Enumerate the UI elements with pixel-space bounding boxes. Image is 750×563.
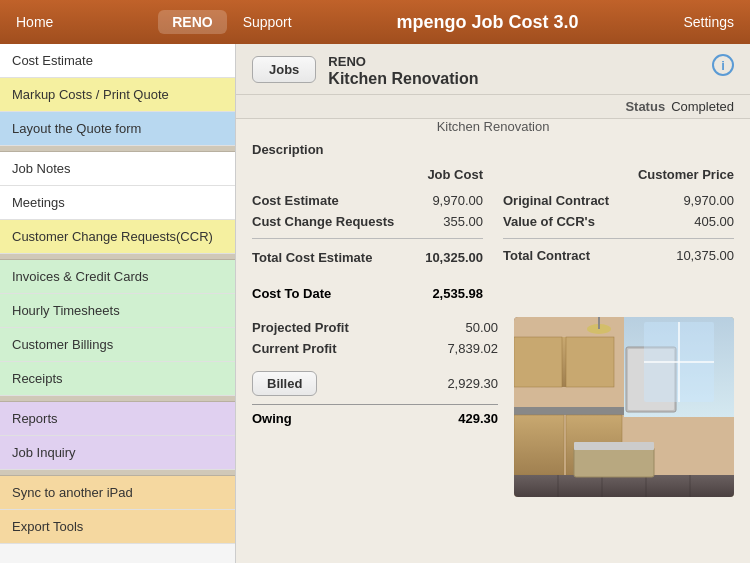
ccr-value-row: Value of CCR's 405.00	[503, 211, 734, 232]
sidebar-item-job-inquiry[interactable]: Job Inquiry	[0, 436, 235, 470]
sidebar-item-cost-estimate[interactable]: Cost Estimate	[0, 44, 235, 78]
info-icon[interactable]: i	[712, 54, 734, 76]
customer-price-header: Customer Price	[503, 163, 734, 186]
sidebar-item-customer-billings[interactable]: Customer Billings	[0, 328, 235, 362]
total-contract-row: Total Contract 10,375.00	[503, 245, 734, 266]
content-area: Jobs RENO Kitchen Renovation i Status Co…	[236, 44, 750, 563]
billed-row: Billed 2,929.30	[252, 365, 498, 402]
cost-to-date-value: 2,535.98	[432, 286, 483, 301]
svg-rect-19	[574, 442, 654, 450]
status-label: Status	[625, 99, 665, 114]
sidebar-item-hourly[interactable]: Hourly Timesheets	[0, 294, 235, 328]
current-profit-value: 7,839.02	[447, 341, 498, 356]
sidebar-item-export[interactable]: Export Tools	[0, 510, 235, 544]
total-contract-value: 10,375.00	[676, 248, 734, 263]
owing-value: 429.30	[458, 411, 498, 426]
total-cost-label: Total Cost Estimate	[252, 250, 372, 265]
original-contract-row: Original Contract 9,970.00	[503, 190, 734, 211]
bottom-section: Projected Profit 50.00 Current Profit 7,…	[252, 317, 734, 497]
sidebar-item-meetings[interactable]: Meetings	[0, 186, 235, 220]
job-name: Kitchen Renovation	[328, 70, 478, 88]
kitchen-image-container	[514, 317, 734, 497]
status-row: Status Completed	[236, 95, 750, 119]
cust-change-value: 355.00	[443, 214, 483, 229]
svg-rect-6	[514, 415, 564, 475]
cost-estimate-row: Cost Estimate 9,970.00	[252, 190, 483, 211]
original-contract-label: Original Contract	[503, 193, 609, 208]
info-icon-container: i	[712, 54, 734, 76]
app-title: mpengo Job Cost 3.0	[397, 12, 579, 33]
sidebar-item-sync[interactable]: Sync to another iPad	[0, 476, 235, 510]
ccr-value-label: Value of CCR's	[503, 214, 595, 229]
cust-change-label: Cust Change Requests	[252, 214, 394, 229]
projected-profit-value: 50.00	[465, 320, 498, 335]
app-header: Home RENO Support mpengo Job Cost 3.0 Se…	[0, 0, 750, 44]
svg-rect-3	[514, 337, 562, 387]
owing-row: Owing 429.30	[252, 407, 498, 430]
total-contract-label: Total Contract	[503, 248, 590, 263]
col-spacer	[483, 163, 503, 307]
main-container: Cost EstimateMarkup Costs / Print QuoteL…	[0, 44, 750, 563]
col-left: Job Cost Cost Estimate 9,970.00 Cust Cha…	[252, 163, 483, 307]
projected-profit-row: Projected Profit 50.00	[252, 317, 498, 338]
project-info: RENO Kitchen Renovation	[328, 54, 478, 88]
reno-label[interactable]: RENO	[158, 10, 226, 34]
separator-left	[252, 238, 483, 239]
total-cost-row: Total Cost Estimate 10,325.00	[252, 245, 483, 268]
ccr-value-value: 405.00	[694, 214, 734, 229]
project-name: RENO	[328, 54, 478, 69]
svg-rect-5	[514, 407, 624, 415]
sidebar-item-markup-costs[interactable]: Markup Costs / Print Quote	[0, 78, 235, 112]
svg-rect-21	[598, 317, 600, 329]
svg-rect-4	[566, 337, 614, 387]
total-cost-value: 10,325.00	[425, 250, 483, 265]
support-button[interactable]: Support	[243, 14, 292, 30]
sidebar-item-layout-quote[interactable]: Layout the Quote form	[0, 112, 235, 146]
job-title-display: Kitchen Renovation	[252, 119, 734, 134]
sidebar: Cost EstimateMarkup Costs / Print QuoteL…	[0, 44, 236, 563]
sidebar-item-customer-change[interactable]: Customer Change Requests(CCR)	[0, 220, 235, 254]
col-right: Customer Price Original Contract 9,970.0…	[503, 163, 734, 307]
owing-separator	[252, 404, 498, 405]
billed-button[interactable]: Billed	[252, 371, 317, 396]
job-cost-header: Job Cost	[252, 163, 483, 186]
svg-rect-10	[514, 475, 734, 497]
svg-rect-18	[574, 447, 654, 477]
cost-estimate-value: 9,970.00	[432, 193, 483, 208]
sidebar-item-invoices[interactable]: Invoices & Credit Cards	[0, 260, 235, 294]
status-value: Completed	[671, 99, 734, 114]
original-contract-value: 9,970.00	[683, 193, 734, 208]
current-profit-label: Current Profit	[252, 341, 337, 356]
cost-to-date-label: Cost To Date	[252, 286, 331, 301]
jobs-button[interactable]: Jobs	[252, 56, 316, 83]
separator-right	[503, 238, 734, 239]
cost-to-date-row: Cost To Date 2,535.98	[252, 280, 483, 307]
home-button[interactable]: Home	[16, 14, 53, 30]
settings-button[interactable]: Settings	[683, 14, 734, 30]
header-center: RENO Support	[158, 10, 292, 34]
kitchen-svg	[514, 317, 734, 497]
cust-change-row: Cust Change Requests 355.00	[252, 211, 483, 232]
description-label: Description	[252, 142, 734, 157]
data-section: Job Cost Cost Estimate 9,970.00 Cust Cha…	[252, 163, 734, 307]
cost-estimate-label: Cost Estimate	[252, 193, 339, 208]
projected-profit-label: Projected Profit	[252, 320, 349, 335]
bottom-left: Projected Profit 50.00 Current Profit 7,…	[252, 317, 498, 497]
sidebar-item-job-notes[interactable]: Job Notes	[0, 152, 235, 186]
owing-label: Owing	[252, 411, 292, 426]
billed-value: 2,929.30	[447, 376, 498, 391]
sidebar-item-reports[interactable]: Reports	[0, 402, 235, 436]
content-body: Kitchen Renovation Description Job Cost …	[236, 119, 750, 513]
kitchen-image	[514, 317, 734, 497]
current-profit-row: Current Profit 7,839.02	[252, 338, 498, 359]
sidebar-item-receipts[interactable]: Receipts	[0, 362, 235, 396]
